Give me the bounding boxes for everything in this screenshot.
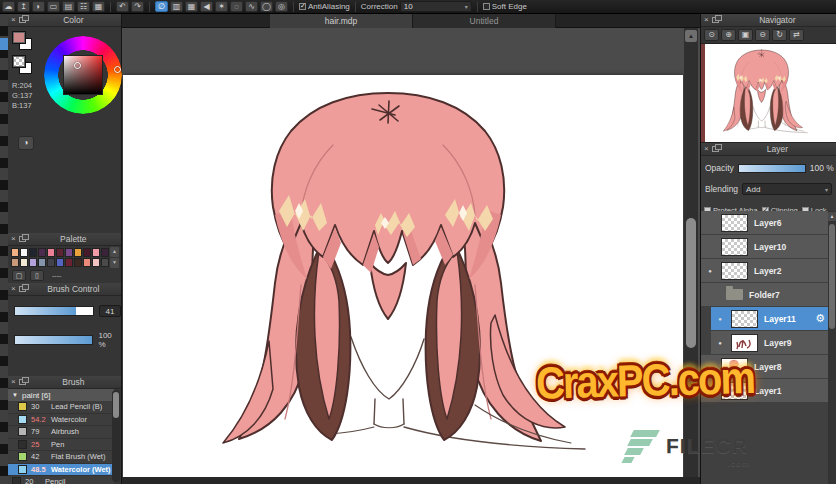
- transparent-color-swatch[interactable]: [12, 55, 26, 68]
- redo-icon[interactable]: ↷: [131, 1, 144, 12]
- snap-radial-icon[interactable]: ◎: [275, 1, 288, 12]
- brush-item[interactable]: 25 Pen: [8, 439, 114, 452]
- layer-row-selected[interactable]: ● Layer11 ⚙: [711, 307, 829, 330]
- palette-swatch[interactable]: [29, 248, 37, 257]
- palette-swatch[interactable]: [47, 248, 55, 257]
- palette-swatch[interactable]: [83, 258, 91, 267]
- palette-swatch[interactable]: [101, 248, 109, 257]
- close-icon[interactable]: ×: [11, 378, 16, 386]
- brush-item[interactable]: 42 Flat Brush (Wet): [8, 451, 114, 464]
- visibility-toggle[interactable]: ●: [715, 340, 725, 346]
- snap-off-icon[interactable]: ∅: [155, 1, 168, 12]
- scroll-up-icon[interactable]: ▲: [828, 212, 836, 221]
- visibility-toggle[interactable]: ●: [705, 268, 715, 274]
- canvas-horizontal-scrollbar[interactable]: [122, 477, 700, 484]
- close-icon[interactable]: ×: [704, 16, 709, 24]
- canvas-vertical-scrollbar[interactable]: ▲: [684, 28, 698, 477]
- scroll-down-icon[interactable]: ▼: [110, 258, 119, 268]
- palette-delete-button[interactable]: ▯: [30, 270, 44, 281]
- hue-marker[interactable]: [114, 66, 121, 73]
- palette-swatch[interactable]: [65, 248, 73, 257]
- snap-concentric-icon[interactable]: ◌: [230, 1, 243, 12]
- palette-swatch[interactable]: [20, 258, 28, 267]
- layer-row[interactable]: ● Layer9: [711, 331, 829, 354]
- foreground-color-swatch[interactable]: [12, 31, 26, 44]
- soft-edge-checkbox-icon[interactable]: [483, 3, 490, 10]
- canvas-page[interactable]: [123, 75, 683, 477]
- brush-opacity-slider[interactable]: [14, 335, 93, 345]
- palette-swatch[interactable]: [92, 248, 100, 257]
- palette-toggle-button[interactable]: ◑: [18, 136, 34, 150]
- layer-row[interactable]: Layer10: [701, 235, 829, 258]
- layer-row-folder[interactable]: Folder7: [701, 283, 829, 306]
- sv-marker[interactable]: [74, 62, 81, 69]
- palette-swatch[interactable]: [56, 248, 64, 257]
- brush-list-scrollbar[interactable]: [112, 390, 120, 482]
- palette-swatch[interactable]: [65, 258, 73, 267]
- scrollbar-thumb[interactable]: [829, 224, 835, 329]
- popout-icon[interactable]: [712, 17, 719, 23]
- palette-swatch[interactable]: [74, 248, 82, 257]
- collapse-icon[interactable]: ▼: [12, 392, 18, 398]
- zoom-out-icon[interactable]: ⊖: [755, 29, 770, 41]
- antialiasing-checkbox-icon[interactable]: [299, 3, 306, 10]
- tab-untitled[interactable]: Untitled: [413, 14, 556, 28]
- grid-icon[interactable]: ▦: [92, 1, 105, 12]
- palette-swatch[interactable]: [56, 258, 64, 267]
- scroll-up-icon[interactable]: ▲: [685, 30, 697, 42]
- close-icon[interactable]: ×: [11, 285, 16, 293]
- palette-swatch[interactable]: [83, 248, 91, 257]
- blending-select[interactable]: Add ▾: [742, 183, 832, 195]
- layer-row[interactable]: ● Layer2: [701, 259, 829, 282]
- soft-edge-checkbox[interactable]: Soft Edge: [483, 2, 527, 11]
- zoom-actual-icon[interactable]: ⊙: [704, 29, 719, 41]
- fit-screen-icon[interactable]: ▣: [738, 29, 753, 41]
- brush-item[interactable]: 54.2 Watercolor: [8, 414, 114, 427]
- palette-swatch[interactable]: [47, 258, 55, 267]
- rotate-reset-icon[interactable]: ↻: [772, 29, 787, 41]
- popout-icon[interactable]: [19, 236, 26, 242]
- palette-swatch[interactable]: [38, 258, 46, 267]
- close-icon[interactable]: ×: [11, 16, 16, 24]
- close-icon[interactable]: ×: [704, 145, 709, 153]
- snap-cross-icon[interactable]: ✶: [215, 1, 228, 12]
- navigator-thumbnail[interactable]: [701, 44, 836, 143]
- gear-icon[interactable]: ⚙: [815, 313, 825, 324]
- list-icon[interactable]: ☷: [77, 1, 90, 12]
- palette-swatch[interactable]: [11, 258, 19, 267]
- brush-item[interactable]: 79 Airbrush: [8, 426, 114, 439]
- brush-item[interactable]: 30 Lead Pencil (B): [8, 401, 114, 414]
- close-icon[interactable]: ×: [11, 235, 16, 243]
- antialiasing-checkbox[interactable]: AntiAliasing: [299, 2, 350, 11]
- layer-row[interactable]: Layer6: [701, 211, 829, 234]
- snap-parallel-icon[interactable]: ▥: [170, 1, 183, 12]
- scroll-up-icon[interactable]: ▲: [110, 247, 119, 257]
- palette-swatch[interactable]: [11, 248, 19, 257]
- tab-hair-mdp[interactable]: hair.mdp: [270, 14, 413, 28]
- left-tool-dock[interactable]: [0, 14, 8, 484]
- scrollbar-thumb[interactable]: [686, 218, 696, 348]
- correction-select[interactable]: 10 ▾: [400, 1, 472, 12]
- snap-curve-icon[interactable]: ∿: [245, 1, 258, 12]
- popout-icon[interactable]: [19, 286, 26, 292]
- comment-icon[interactable]: ◗: [32, 1, 45, 12]
- active-tool-indicator[interactable]: [0, 38, 8, 50]
- popout-icon[interactable]: [19, 379, 26, 385]
- palette-swatch[interactable]: [101, 258, 109, 267]
- layer-list-scrollbar[interactable]: ▲: [828, 211, 836, 484]
- brush-size-slider[interactable]: [14, 306, 94, 316]
- palette-swatch[interactable]: [29, 258, 37, 267]
- cloud-icon[interactable]: ☁: [2, 1, 15, 12]
- flip-horizontal-icon[interactable]: ⇄: [789, 29, 804, 41]
- document-icon[interactable]: ▤: [62, 1, 75, 12]
- snap-vanishing-icon[interactable]: ◀: [200, 1, 213, 12]
- palette-new-button[interactable]: ▢: [12, 270, 26, 281]
- upload-icon[interactable]: ↥: [17, 1, 30, 12]
- palette-swatch[interactable]: [74, 258, 82, 267]
- snap-grid-icon[interactable]: ▦: [185, 1, 198, 12]
- brush-item-selected[interactable]: 48.5 Watercolor (Wet): [8, 464, 114, 477]
- popout-icon[interactable]: [712, 146, 719, 152]
- message-icon[interactable]: ▭: [47, 1, 60, 12]
- popout-icon[interactable]: [19, 17, 26, 23]
- opacity-slider[interactable]: [738, 164, 806, 173]
